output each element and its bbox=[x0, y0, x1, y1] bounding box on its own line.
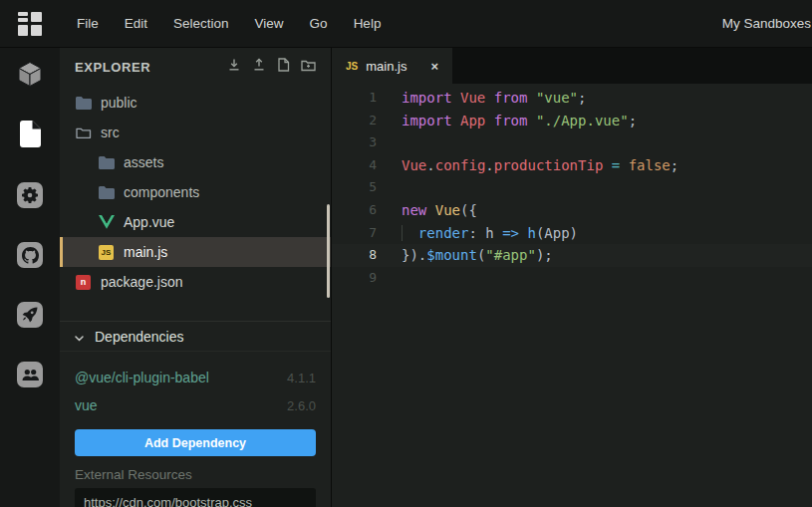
code-line-1: 1import Vue from "vue"; bbox=[332, 87, 812, 110]
folder-assets[interactable]: assets bbox=[60, 147, 331, 177]
explorer-scrollbar[interactable] bbox=[327, 204, 330, 298]
new-file-icon bbox=[277, 58, 290, 76]
rocket-icon bbox=[17, 302, 43, 328]
cube-icon bbox=[17, 61, 43, 92]
external-resources-label: External Resources bbox=[75, 467, 316, 482]
menu-bar: FileEditSelectionViewGoHelp My Sandboxes bbox=[0, 0, 812, 48]
file-package-json[interactable]: npackage.json bbox=[60, 267, 331, 297]
menu-file[interactable]: File bbox=[64, 10, 112, 37]
codesandbox-app: FileEditSelectionViewGoHelp My Sandboxes… bbox=[0, 0, 812, 507]
dependency-version: 4.1.1 bbox=[287, 371, 316, 385]
line-number: 6 bbox=[332, 199, 377, 222]
upload-icon bbox=[252, 58, 266, 76]
export-zip-button[interactable] bbox=[227, 58, 241, 76]
code-line-3: 3 bbox=[332, 131, 812, 154]
download-icon bbox=[227, 58, 241, 76]
menu-edit[interactable]: Edit bbox=[112, 10, 160, 37]
code-line-2: 2import App from "./App.vue"; bbox=[332, 110, 812, 132]
js-file-icon: JS bbox=[346, 61, 358, 72]
activity-file-explorer[interactable] bbox=[16, 122, 44, 149]
dependency-vue[interactable]: vue2.6.0 bbox=[60, 391, 331, 419]
explorer-header: EXPLORER bbox=[60, 48, 331, 86]
file-icon bbox=[20, 121, 41, 151]
dependency-version: 2.6.0 bbox=[287, 398, 316, 413]
folder-components[interactable]: components bbox=[60, 177, 331, 207]
external-resource-input[interactable] bbox=[75, 488, 316, 507]
activity-deployment[interactable] bbox=[16, 301, 44, 329]
tab-label: main.js bbox=[366, 59, 406, 74]
activity-sandbox-info[interactable] bbox=[16, 62, 44, 90]
gear-icon bbox=[17, 182, 43, 208]
line-number: 9 bbox=[332, 267, 377, 290]
folder-public[interactable]: public bbox=[60, 88, 331, 118]
code-line-6: 6new Vue({ bbox=[332, 199, 812, 222]
dependencies-title: Dependencies bbox=[95, 329, 184, 345]
code-line-8: 8}).$mount("#app"); bbox=[332, 244, 812, 267]
folder-open-icon bbox=[75, 127, 92, 139]
folder-src[interactable]: src bbox=[60, 118, 331, 147]
line-number: 8 bbox=[332, 244, 377, 267]
users-icon bbox=[17, 362, 43, 387]
code-line-4: 4Vue.config.productionTip = false; bbox=[332, 154, 812, 177]
activity-live[interactable] bbox=[16, 361, 44, 388]
explorer-actions bbox=[227, 58, 316, 76]
explorer-title: EXPLORER bbox=[75, 60, 150, 75]
js-file-icon: JS bbox=[98, 245, 115, 260]
editor-panel: JS main.js × 1import Vue from "vue";2imp… bbox=[332, 48, 812, 507]
code-line-5: 5 bbox=[332, 176, 812, 199]
menu-go[interactable]: Go bbox=[297, 10, 341, 37]
upload-files-button[interactable] bbox=[252, 58, 266, 76]
dependency-name: vue bbox=[75, 397, 98, 413]
file-tree: publicsrcassetscomponentsApp.vueJSmain.j… bbox=[60, 88, 331, 297]
line-number: 5 bbox=[332, 176, 377, 199]
new-folder-button[interactable] bbox=[301, 58, 316, 76]
codesandbox-logo-icon[interactable] bbox=[18, 12, 42, 36]
dependencies-list: @vue/cli-plugin-babel4.1.1vue2.6.0 bbox=[60, 364, 331, 419]
line-number: 3 bbox=[332, 131, 377, 154]
activity-sandbox-settings[interactable] bbox=[16, 181, 44, 209]
npm-file-icon: n bbox=[75, 275, 92, 290]
chevron-down-icon bbox=[75, 329, 84, 345]
explorer-panel: EXPLORER publicsrcassetscomponentsApp.vu… bbox=[60, 48, 332, 507]
menu-help[interactable]: Help bbox=[341, 10, 395, 37]
add-dependency-button[interactable]: Add Dependency bbox=[75, 429, 316, 456]
code-line-9: 9 bbox=[332, 267, 812, 290]
dependency--vue-cli-plugin-babel[interactable]: @vue/cli-plugin-babel4.1.1 bbox=[60, 364, 331, 391]
file-main-js[interactable]: JSmain.js bbox=[60, 237, 331, 267]
folder-icon bbox=[98, 156, 115, 169]
line-number: 4 bbox=[332, 154, 377, 177]
dependency-name: @vue/cli-plugin-babel bbox=[75, 370, 209, 385]
activity-bar bbox=[0, 48, 60, 507]
github-icon bbox=[17, 242, 43, 268]
menu-view[interactable]: View bbox=[242, 10, 297, 37]
dependencies-header[interactable]: Dependencies bbox=[60, 322, 331, 352]
tab-close-icon[interactable]: × bbox=[430, 59, 438, 74]
my-sandboxes-link[interactable]: My Sandboxes bbox=[722, 16, 812, 31]
code-line-7: 7 render: h => h(App) bbox=[332, 222, 812, 245]
folder-icon bbox=[98, 186, 115, 199]
code-editor[interactable]: 1import Vue from "vue";2import App from … bbox=[332, 84, 812, 289]
file-app-vue[interactable]: App.vue bbox=[60, 207, 331, 237]
tab-main-js[interactable]: JS main.js × bbox=[332, 48, 452, 84]
new-folder-icon bbox=[301, 58, 316, 76]
new-file-button[interactable] bbox=[277, 58, 290, 76]
vue-file-icon bbox=[98, 215, 115, 229]
main-menu: FileEditSelectionViewGoHelp bbox=[64, 10, 394, 37]
folder-icon bbox=[75, 97, 92, 110]
activity-github[interactable] bbox=[16, 241, 44, 269]
tab-bar: JS main.js × bbox=[332, 48, 812, 84]
line-number: 7 bbox=[332, 222, 377, 245]
main-area: EXPLORER publicsrcassetscomponentsApp.vu… bbox=[0, 48, 812, 507]
line-number: 2 bbox=[332, 110, 377, 132]
line-number: 1 bbox=[332, 87, 377, 110]
menu-selection[interactable]: Selection bbox=[160, 10, 242, 37]
